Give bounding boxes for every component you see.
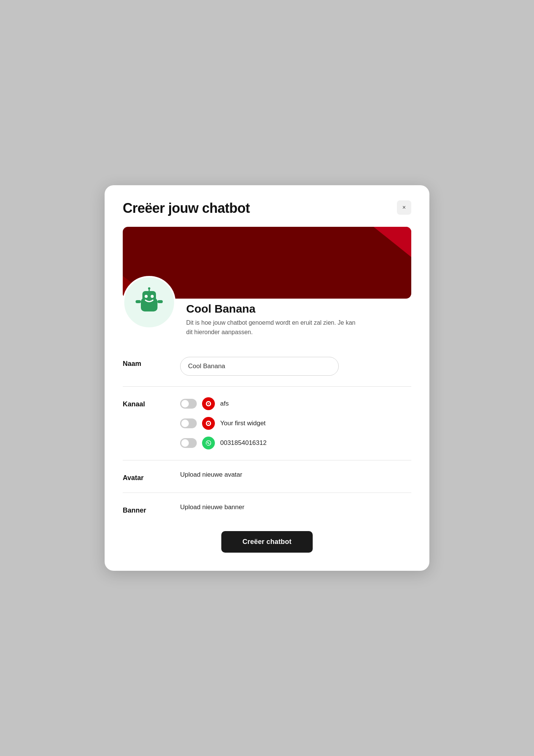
svg-rect-2 (145, 295, 148, 298)
kanaal-control: afs Your first widget (180, 397, 411, 449)
modal-container: Creëer jouw chatbot × (105, 185, 429, 571)
channel-icon-afs (202, 397, 215, 410)
svg-rect-6 (136, 300, 141, 303)
chatbot-description: Dit is hoe jouw chatbot genoemd wordt en… (186, 318, 360, 337)
channel-icon-whatsapp (202, 437, 215, 449)
channel-item-widget: Your first widget (180, 417, 411, 430)
avatar (123, 276, 176, 329)
channel-icon-widget (202, 417, 215, 430)
avatar-upload-link[interactable]: Upload nieuwe avatar (180, 471, 242, 478)
modal-overlay: Creëer jouw chatbot × (0, 0, 534, 756)
naam-row: Naam (123, 346, 411, 387)
channel-name-widget: Your first widget (220, 420, 265, 427)
channel-toggle-whatsapp[interactable] (180, 438, 197, 448)
svg-point-5 (148, 287, 150, 290)
channel-toggle-widget[interactable] (180, 418, 197, 428)
svg-point-10 (208, 403, 209, 404)
close-button[interactable]: × (397, 200, 411, 215)
create-chatbot-button[interactable]: Creëer chatbot (221, 531, 313, 553)
naam-label: Naam (123, 357, 168, 368)
modal-title: Creëer jouw chatbot (123, 200, 250, 216)
naam-input[interactable] (180, 357, 339, 376)
naam-control (180, 357, 411, 376)
modal-header: Creëer jouw chatbot × (123, 200, 411, 216)
channel-toggle-afs[interactable] (180, 399, 197, 409)
svg-point-13 (208, 423, 209, 424)
chatbot-name-display: Cool Banana (186, 302, 360, 315)
channel-name-whatsapp: 0031854016312 (220, 439, 267, 447)
kanaal-label: Kanaal (123, 397, 168, 408)
banner-decoration-right (373, 227, 411, 257)
banner-control: Upload nieuwe banner (180, 503, 411, 511)
channel-item-whatsapp: 0031854016312 (180, 437, 411, 449)
avatar-control: Upload nieuwe avatar (180, 471, 411, 479)
avatar-row: Avatar Upload nieuwe avatar (123, 460, 411, 493)
banner-row: Banner Upload nieuwe banner (123, 493, 411, 525)
create-button-row: Creëer chatbot (123, 531, 411, 556)
banner-label: Banner (123, 503, 168, 514)
channel-item-afs: afs (180, 397, 411, 410)
channel-list: afs Your first widget (180, 397, 411, 449)
channel-name-afs: afs (220, 400, 229, 407)
svg-rect-7 (157, 300, 163, 303)
banner-upload-link[interactable]: Upload nieuwe banner (180, 503, 244, 511)
svg-rect-3 (151, 295, 154, 298)
kanaal-row: Kanaal afs (123, 387, 411, 460)
avatar-label: Avatar (123, 471, 168, 482)
robot-icon (134, 287, 164, 318)
svg-rect-1 (142, 291, 156, 302)
